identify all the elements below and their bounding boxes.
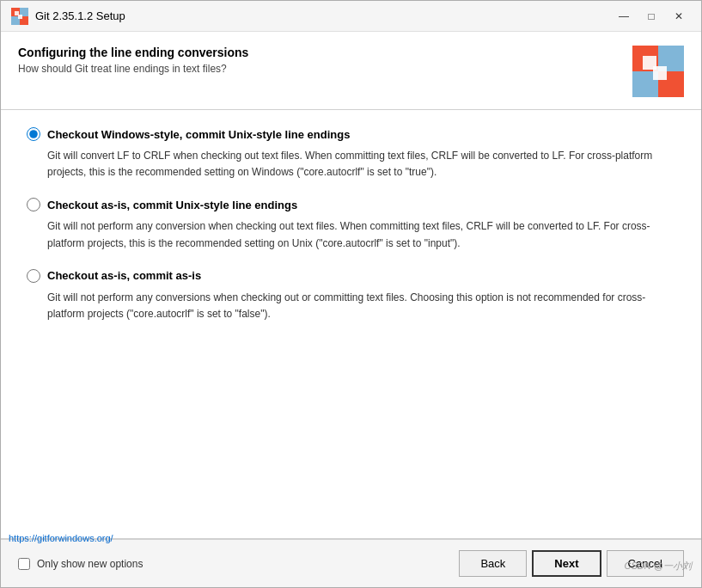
option-2-radio[interactable] (27, 198, 40, 211)
option-1-group: Checkout Windows-style, commit Unix-styl… (27, 127, 675, 181)
watermark: CSDN @一小刘 (625, 560, 692, 573)
option-3-description: Git will not perform any conversions whe… (47, 290, 675, 322)
content-area: Checkout Windows-style, commit Unix-styl… (1, 110, 701, 538)
next-button[interactable]: Next (532, 550, 601, 577)
option-2-description: Git will not perform any conversion when… (47, 218, 675, 251)
page-title: Configuring the line ending conversions (18, 46, 248, 59)
option-1-description: Git will convert LF to CRLF when checkin… (47, 148, 675, 181)
option-3-radio[interactable] (27, 269, 40, 283)
window-controls: — □ ✕ (612, 7, 691, 26)
git-logo-icon (11, 8, 28, 25)
footer: Only show new options Back Next Cancel (1, 539, 701, 587)
svg-rect-5 (18, 15, 22, 19)
option-2-group: Checkout as-is, commit Unix-style line e… (27, 198, 675, 251)
minimize-button[interactable]: — (612, 7, 636, 26)
show-new-options-label[interactable]: Only show new options (37, 558, 143, 570)
header-logo-icon (632, 46, 684, 97)
option-3-group: Checkout as-is, commit as-is Git will no… (27, 269, 675, 322)
option-1-radio[interactable] (27, 127, 40, 141)
option-1-title[interactable]: Checkout Windows-style, commit Unix-styl… (47, 128, 350, 141)
window-title: Git 2.35.1.2 Setup (35, 9, 125, 22)
option-2-title[interactable]: Checkout as-is, commit Unix-style line e… (47, 199, 297, 211)
svg-rect-11 (653, 66, 667, 80)
website-link[interactable]: https://gitforwindows.org/ (9, 533, 113, 543)
title-bar: Git 2.35.1.2 Setup — □ ✕ (1, 1, 701, 32)
maximize-button[interactable]: □ (639, 7, 663, 26)
header-section: Configuring the line ending conversions … (1, 32, 701, 110)
show-new-options-checkbox[interactable] (18, 558, 30, 570)
back-button[interactable]: Back (459, 550, 527, 577)
page-subtitle: How should Git treat line endings in tex… (18, 63, 248, 75)
close-button[interactable]: ✕ (667, 7, 691, 26)
option-3-title[interactable]: Checkout as-is, commit as-is (47, 269, 201, 282)
